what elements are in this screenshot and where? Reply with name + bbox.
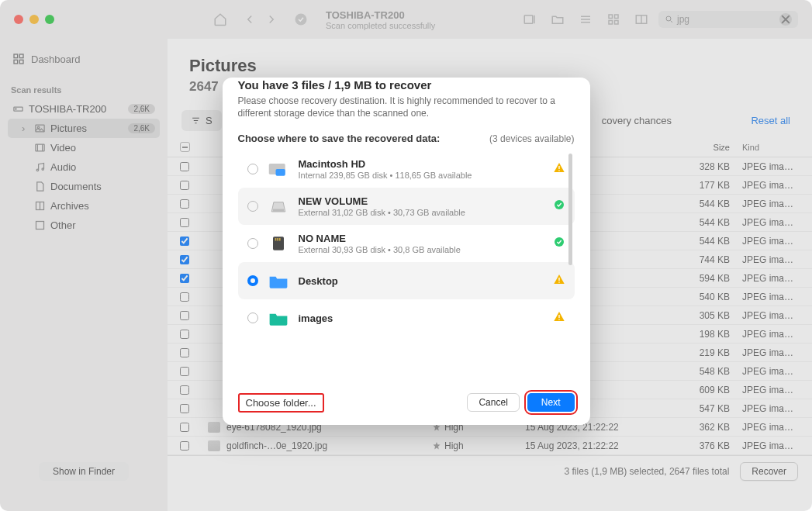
svg-rect-30 bbox=[278, 238, 280, 241]
device-name: Desktop bbox=[299, 275, 544, 287]
device-status-icon bbox=[553, 273, 565, 288]
device-name: Macintosh HD bbox=[299, 158, 544, 170]
device-name: images bbox=[299, 312, 544, 324]
device-name: NEW VOLUME bbox=[299, 195, 544, 207]
device-row-images[interactable]: images bbox=[238, 299, 575, 337]
device-radio[interactable] bbox=[247, 201, 258, 212]
svg-rect-35 bbox=[558, 319, 559, 319]
device-row-desktop[interactable]: Desktop bbox=[238, 262, 575, 299]
device-name: NO NAME bbox=[299, 233, 544, 244]
modal-subtitle: Please choose recovery destination. It i… bbox=[238, 95, 575, 121]
device-status-icon bbox=[553, 199, 565, 214]
device-row-macintosh-hd[interactable]: Macintosh HDInternal 239,85 GB disk • 11… bbox=[238, 150, 575, 188]
modal-overlay: You have 3 files / 1,9 MB to recover Ple… bbox=[0, 0, 812, 511]
devices-available-label: (3 devices available) bbox=[489, 133, 574, 144]
device-detail: Internal 239,85 GB disk • 118,65 GB avai… bbox=[299, 171, 544, 180]
svg-point-31 bbox=[555, 237, 564, 247]
device-status-icon bbox=[553, 236, 565, 251]
device-list-scrollbar[interactable] bbox=[568, 154, 572, 265]
device-icon bbox=[268, 158, 289, 180]
svg-rect-34 bbox=[558, 315, 559, 318]
device-row-no-name[interactable]: NO NAMEExternal 30,93 GB disk • 30,8 GB … bbox=[238, 225, 575, 262]
svg-point-26 bbox=[555, 200, 564, 209]
device-detail: External 30,93 GB disk • 30,8 GB availab… bbox=[299, 245, 544, 254]
cancel-button[interactable]: Cancel bbox=[467, 393, 519, 412]
svg-rect-28 bbox=[275, 238, 276, 241]
svg-rect-32 bbox=[558, 278, 559, 281]
device-icon bbox=[268, 195, 289, 217]
svg-rect-25 bbox=[273, 209, 284, 212]
svg-rect-29 bbox=[277, 238, 278, 241]
device-radio[interactable] bbox=[247, 164, 258, 174]
device-list: Macintosh HDInternal 239,85 GB disk • 11… bbox=[238, 150, 575, 337]
recovery-destination-modal: You have 3 files / 1,9 MB to recover Ple… bbox=[223, 78, 590, 425]
choose-folder-button[interactable]: Choose folder... bbox=[238, 393, 324, 413]
device-icon bbox=[268, 270, 289, 292]
device-icon bbox=[268, 307, 289, 329]
device-radio[interactable] bbox=[247, 312, 258, 323]
modal-title: You have 3 files / 1,9 MB to recover bbox=[238, 78, 575, 91]
app-window: TOSHIBA-TR200 Scan completed successfull… bbox=[0, 0, 812, 511]
device-status-icon bbox=[553, 161, 565, 177]
svg-rect-23 bbox=[558, 166, 559, 169]
svg-rect-22 bbox=[275, 169, 285, 176]
svg-rect-33 bbox=[558, 281, 559, 282]
device-detail: External 31,02 GB disk • 30,73 GB availa… bbox=[299, 208, 544, 217]
device-radio[interactable] bbox=[247, 238, 258, 249]
device-status-icon bbox=[553, 310, 565, 326]
choose-destination-label: Choose where to save the recovered data: bbox=[238, 133, 441, 144]
next-button[interactable]: Next bbox=[527, 393, 575, 412]
device-icon bbox=[268, 233, 289, 254]
device-radio[interactable] bbox=[247, 275, 258, 286]
svg-rect-24 bbox=[558, 170, 559, 171]
device-row-new-volume[interactable]: NEW VOLUMEExternal 31,02 GB disk • 30,73… bbox=[238, 188, 575, 225]
